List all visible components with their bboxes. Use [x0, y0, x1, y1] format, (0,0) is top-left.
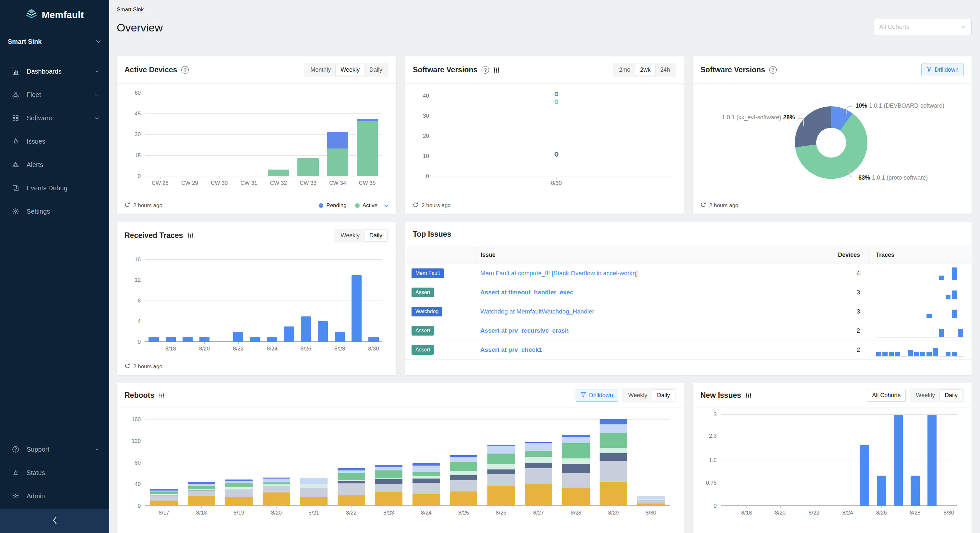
devices-count: 3: [815, 289, 869, 296]
card-received-traces: Received Traces WeeklyDaily 04812168/188…: [117, 222, 396, 375]
sidebar-item-label: Alerts: [27, 161, 100, 169]
scatter-point[interactable]: [555, 152, 558, 157]
toggle-weekly[interactable]: Weekly: [911, 390, 940, 401]
card-title: Software Versions: [413, 65, 477, 74]
sidebar-item-status[interactable]: Status: [0, 461, 109, 484]
cards-row-2: Received Traces WeeklyDaily 04812168/188…: [117, 222, 972, 375]
refresh-icon[interactable]: [124, 363, 130, 370]
chart-legend: PendingActive: [310, 202, 377, 209]
page-header: Smart Sink Overview All Cohorts: [117, 0, 972, 56]
chart-type-icon[interactable]: [745, 392, 752, 399]
top-issues-table-body: Mem FaultMem Fault at compute_fft [Stack…: [405, 264, 972, 360]
toggle-24h[interactable]: 24h: [655, 64, 675, 76]
sidebar-item-issues[interactable]: Issues: [0, 130, 109, 153]
issue-link[interactable]: Assert at prv_check1: [475, 346, 815, 353]
drilldown-button[interactable]: Drilldown: [921, 64, 964, 76]
table-row: Mem FaultMem Fault at compute_fft [Stack…: [405, 264, 972, 283]
page-title: Overview: [117, 21, 972, 34]
traces-column-header: Traces: [869, 246, 972, 264]
chart-type-icon[interactable]: [159, 392, 165, 399]
reboots-range-toggle: WeeklyDaily: [622, 388, 676, 403]
chart-type-icon[interactable]: [493, 67, 500, 73]
refresh-icon[interactable]: [700, 202, 706, 209]
top-issues-table-header: Issue Devices Traces: [405, 246, 972, 264]
toggle-weekly[interactable]: Weekly: [336, 230, 364, 241]
active-devices-range-toggle: MonthlyWeeklyDaily: [304, 63, 388, 77]
donut-label-devboard: 10%1.0.1 (DEVBOARD-software): [854, 102, 944, 109]
chevron-down-icon: [961, 25, 966, 29]
card-active-devices: Active Devices ? MonthlyWeeklyDaily 0153…: [117, 56, 396, 214]
received-traces-range-toggle: WeeklyDaily: [334, 229, 388, 242]
chevron-down-icon: [94, 115, 100, 121]
donut[interactable]: [795, 107, 867, 179]
issue-link[interactable]: Watchdog at MemfaultWatchdog_Handler: [475, 308, 815, 315]
sidebar-item-admin[interactable]: Admin: [0, 484, 109, 508]
cohort-filter-select[interactable]: All Cohorts: [873, 19, 972, 35]
sidebar: Memfault Smart Sink DashboardsFleetSoftw…: [0, 0, 109, 533]
all-cohorts-button[interactable]: All Cohorts: [867, 389, 906, 402]
toggle-monthly[interactable]: Monthly: [305, 64, 336, 76]
scatter-point[interactable]: [555, 92, 558, 96]
last-updated: 2 hours ago: [124, 363, 162, 370]
refresh-icon[interactable]: [124, 202, 130, 209]
project-name: Smart Sink: [8, 38, 41, 45]
funnel-icon: [581, 392, 586, 399]
issue-link[interactable]: Assert at timeout_handler_exec: [475, 289, 815, 296]
traces-sparkline: [876, 324, 964, 337]
refresh-icon[interactable]: [413, 202, 418, 209]
card-software-versions-donut: Software Versions ? Drilldown 10%1.0.1 (…: [693, 56, 972, 214]
devices-count: 3: [815, 308, 869, 315]
sidebar-item-dashboards[interactable]: Dashboards: [0, 60, 109, 83]
card-title: Active Devices: [124, 65, 177, 74]
card-software-versions-scatter: Software Versions ? 2mo2wk24h 0102030408…: [405, 56, 684, 214]
donut-label-proto: 63%1.0.1 (proto-software): [856, 174, 928, 181]
help-icon[interactable]: ?: [181, 66, 189, 73]
sidebar-item-support[interactable]: Support: [0, 438, 109, 461]
funnel-icon: [926, 67, 932, 73]
traces-sparkline: [876, 343, 964, 356]
issue-type-badge: Assert: [412, 288, 434, 297]
help-icon[interactable]: ?: [482, 66, 489, 73]
sidebar-item-events-debug[interactable]: Events Debug: [0, 177, 109, 200]
toggle-weekly[interactable]: Weekly: [336, 64, 364, 76]
sidebar-collapse-button[interactable]: [0, 509, 109, 533]
table-row: AssertAssert at prv_check12: [405, 340, 972, 360]
toggle-daily[interactable]: Daily: [652, 390, 675, 401]
issue-link[interactable]: Assert at prv_recursive_crash: [475, 327, 815, 334]
sidebar-item-software[interactable]: Software: [0, 107, 109, 130]
toggle-daily[interactable]: Daily: [940, 390, 963, 401]
chart-type-icon[interactable]: [187, 232, 194, 239]
toggle-daily[interactable]: Daily: [364, 230, 387, 241]
toggle-weekly[interactable]: Weekly: [623, 390, 652, 401]
scatter-point[interactable]: [555, 100, 558, 104]
alerts-icon: [12, 161, 19, 169]
legend-item-pending[interactable]: Pending: [319, 202, 346, 209]
legend-item-active[interactable]: Active: [355, 202, 377, 209]
project-selector[interactable]: Smart Sink: [0, 30, 109, 53]
issue-type-badge: Assert: [412, 326, 434, 336]
cohort-filter-placeholder: All Cohorts: [879, 23, 909, 30]
toggle-2wk[interactable]: 2wk: [635, 64, 655, 76]
issues-icon: [12, 137, 19, 145]
sidebar-item-label: Events Debug: [27, 185, 100, 192]
toggle-2mo[interactable]: 2mo: [614, 64, 635, 76]
sidebar-item-label: Issues: [27, 138, 100, 145]
drilldown-button[interactable]: Drilldown: [576, 389, 618, 402]
toggle-daily[interactable]: Daily: [364, 64, 387, 76]
sidebar-item-alerts[interactable]: Alerts: [0, 153, 109, 177]
sidebar-item-label: Admin: [27, 492, 100, 500]
chevron-down-icon: [94, 69, 100, 74]
sidebar-item-settings[interactable]: Settings: [0, 200, 109, 223]
issue-type-badge: Watchdog: [412, 307, 442, 317]
issue-link[interactable]: Mem Fault at compute_fft [Stack Overflow…: [475, 270, 815, 277]
help-icon[interactable]: ?: [769, 66, 777, 73]
chevron-down-icon: [94, 92, 100, 97]
active-devices-chart: 015304560CW 28CW 29CW 30CW 31CW 32CW 33C…: [124, 86, 388, 192]
legend-expand-chevron[interactable]: [384, 204, 388, 207]
traces-sparkline: [876, 267, 964, 280]
software-versions-range-toggle: 2mo2wk24h: [613, 63, 676, 77]
last-updated: 2 hours ago: [124, 202, 162, 209]
app: Memfault Smart Sink DashboardsFleetSoftw…: [0, 0, 980, 533]
sidebar-item-label: Settings: [27, 208, 100, 215]
sidebar-item-fleet[interactable]: Fleet: [0, 83, 109, 107]
